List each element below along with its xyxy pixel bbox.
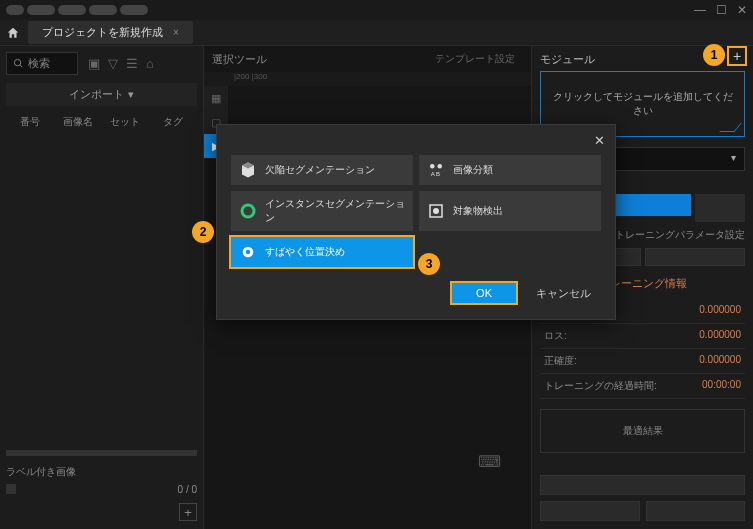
cube-icon (239, 161, 257, 179)
secondary-action-bar[interactable] (695, 194, 745, 222)
col-number: 番号 (6, 112, 54, 132)
svg-line-1 (20, 65, 22, 67)
col-tag: タグ (149, 112, 197, 132)
module-title: モジュール (540, 52, 595, 67)
option-defect-segmentation[interactable]: 欠陥セグメンテーション (231, 155, 413, 185)
locate-icon (239, 243, 257, 261)
dialog-cancel-button[interactable]: キャンセル (526, 282, 601, 305)
bottom-button-3[interactable] (646, 501, 746, 521)
filter-icon[interactable]: ▽ (108, 56, 118, 71)
image-add-icon[interactable]: ▣ (88, 56, 100, 71)
home-icon[interactable] (6, 26, 20, 40)
window-minimize-icon[interactable]: — (694, 3, 706, 17)
left-panel: 検索 ▣ ▽ ☰ ⌂ インポート ▾ 番号 画像名 セット タグ ラベル付き画像… (0, 46, 204, 529)
ring-icon (239, 202, 257, 220)
svg-point-3 (438, 164, 443, 169)
callout-marker-2: 2 (192, 221, 214, 243)
grid-icon[interactable]: ⌂ (146, 56, 154, 71)
dialog-ok-button[interactable]: OK (450, 281, 518, 305)
select-tool-label: 選択ツール (212, 52, 267, 67)
bottom-button-2[interactable] (540, 501, 640, 521)
svg-point-2 (430, 164, 435, 169)
param-slot-2[interactable] (645, 248, 746, 266)
labeled-images-label: ラベル付き画像 (6, 462, 197, 482)
module-picker-dialog: ✕ 欠陥セグメンテーション A B 画像分類 インスタンスセグメンテーション 対… (216, 124, 616, 320)
col-name: 画像名 (54, 112, 102, 132)
train-row-acc: 正確度:0.000000 (540, 349, 745, 374)
option-image-classification[interactable]: A B 画像分類 (419, 155, 601, 185)
callout-marker-3: 3 (418, 253, 440, 275)
chevron-down-icon: ▾ (731, 152, 736, 166)
train-row-time: トレーニングの経過時間:00:00:00 (540, 374, 745, 399)
horizontal-ruler: |200 |300 (204, 72, 531, 86)
titlebar-pills (6, 5, 148, 15)
target-icon (427, 202, 445, 220)
option-instance-segmentation[interactable]: インスタンスセグメンテーション (231, 191, 413, 231)
tool-layer-icon[interactable]: ▦ (204, 86, 228, 110)
best-result-box[interactable]: 最適結果 (540, 409, 745, 453)
project-tab-label: プロジェクトを新規作成 (42, 25, 163, 40)
import-button[interactable]: インポート ▾ (6, 83, 197, 106)
template-settings-button[interactable]: テンプレート設定 (427, 50, 523, 68)
tab-bar: プロジェクトを新規作成 × (0, 20, 753, 46)
option-object-detection[interactable]: 対象物検出 (419, 191, 601, 231)
tab-close-icon[interactable]: × (173, 27, 179, 38)
add-module-button[interactable]: + (727, 46, 747, 66)
keyboard-icon[interactable]: ⌨ (478, 452, 501, 471)
train-row-loss: ロス:0.000000 (540, 324, 745, 349)
svg-point-5 (242, 205, 254, 217)
class-icon: A B (427, 161, 445, 179)
search-input[interactable]: 検索 (6, 52, 78, 75)
left-scrollbar[interactable] (6, 450, 197, 456)
svg-point-0 (14, 59, 20, 65)
search-icon (13, 58, 24, 69)
svg-point-9 (246, 250, 251, 255)
titlebar: — ☐ ✕ (0, 0, 753, 20)
option-quick-positioning[interactable]: すばやく位置決め (229, 235, 415, 269)
svg-point-7 (434, 209, 439, 214)
dialog-close-icon[interactable]: ✕ (594, 133, 605, 148)
col-set: セット (102, 112, 150, 132)
project-tab[interactable]: プロジェクトを新規作成 × (28, 21, 193, 44)
list-headers: 番号 画像名 セット タグ (6, 112, 197, 132)
window-close-icon[interactable]: ✕ (737, 3, 747, 17)
bottom-button-1[interactable] (540, 475, 745, 495)
list-icon[interactable]: ☰ (126, 56, 138, 71)
svg-text:A B: A B (431, 171, 440, 177)
add-label-button[interactable]: + (179, 503, 197, 521)
callout-marker-1: 1 (703, 44, 725, 66)
label-color-swatch (6, 484, 16, 494)
window-maximize-icon[interactable]: ☐ (716, 3, 727, 17)
